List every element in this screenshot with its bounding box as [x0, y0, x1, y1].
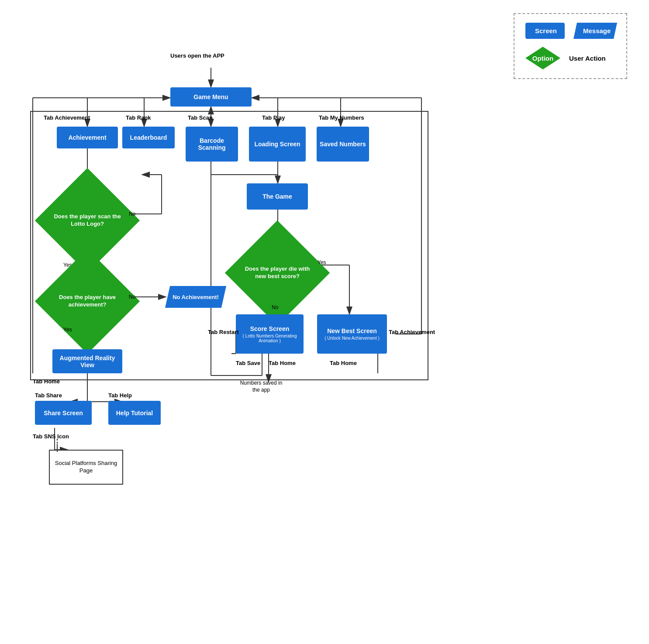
die-best-text: Does the player die with new best score?: [240, 263, 314, 282]
achievement-yes-label: Yes: [63, 327, 72, 333]
the-game-box: The Game: [247, 183, 308, 210]
diagram-container: Screen Message Option User Action Users …: [0, 0, 649, 644]
augmented-reality-box: Augmented Reality View: [52, 349, 122, 373]
legend-row-option-action: Option User Action: [525, 47, 615, 69]
legend-box: Screen Message Option User Action: [514, 13, 627, 79]
achievement-text: Does the player have achievement?: [50, 292, 124, 311]
scan-no-label: No: [129, 211, 135, 217]
tab-home-new-label: Tab Home: [330, 360, 357, 366]
achievement-box: Achievement: [57, 127, 118, 148]
tab-rank-label: Tab Rank: [126, 114, 151, 121]
tab-home-score-label: Tab Home: [269, 360, 296, 366]
achievement-diamond: Does the player have achievement?: [35, 249, 140, 354]
legend-option: Option: [525, 47, 560, 69]
users-open-app-label: Users open the APP: [170, 52, 224, 59]
tab-play-label: Tab Play: [262, 114, 285, 121]
help-tutorial-box: Help Tutorial: [108, 401, 161, 425]
tab-share-label: Tab Share: [35, 392, 62, 399]
achievement-no-label: No: [129, 294, 135, 300]
game-menu-box: Game Menu: [170, 87, 252, 107]
tab-home-label: Tab Home: [33, 378, 60, 385]
no-achievement-box: No Achievement!: [165, 286, 226, 308]
legend-user-action: User Action: [569, 55, 606, 62]
leaderboard-box: Leaderboard: [122, 127, 175, 148]
tab-scan-label: Tab Scan: [188, 114, 213, 121]
saved-numbers-box: Saved Numbers: [317, 127, 369, 162]
tab-achievement-right-label: Tab Achievement: [389, 329, 435, 335]
social-platforms-text: Social Platforms Sharing Page: [52, 460, 120, 475]
scan-lotto-text: Does the player scan the Lotto Logo?: [50, 211, 124, 230]
numbers-saved-label: Numbers saved in the app: [239, 380, 283, 393]
score-screen-box: Score Screen ( Lotto Numbers Generating …: [236, 314, 304, 354]
legend-message: Message: [573, 23, 617, 39]
score-screen-title: Score Screen: [250, 325, 290, 332]
legend-screen: Screen: [525, 23, 565, 39]
new-best-screen-box: New Best Screen ( Unlock New Achievement…: [317, 314, 387, 354]
share-screen-box: Share Screen: [35, 401, 92, 425]
social-platforms-box: Social Platforms Sharing Page: [49, 450, 123, 485]
score-screen-sub: ( Lotto Numbers Generating Animation ): [238, 334, 301, 343]
new-best-sub: ( Unlock New Achievement ): [324, 336, 380, 341]
loading-screen-box: Loading Screen: [249, 127, 306, 162]
tab-sns-label: Tab SNS Icon: [33, 433, 69, 440]
die-yes-label: Yes: [318, 259, 326, 265]
barcode-scanning-box: Barcode Scanning: [186, 127, 238, 162]
tab-my-numbers-label: Tab My Numbers: [319, 114, 364, 121]
tab-help-label: Tab Help: [108, 392, 132, 399]
tab-restart-label: Tab Restart: [208, 329, 239, 335]
legend-row-screen-message: Screen Message: [525, 23, 615, 39]
tab-save-label: Tab Save: [236, 360, 260, 366]
new-best-title: New Best Screen: [327, 327, 377, 334]
tab-achievement-left-label: Tab Achievement: [44, 114, 90, 121]
die-no-label: No: [272, 304, 278, 310]
